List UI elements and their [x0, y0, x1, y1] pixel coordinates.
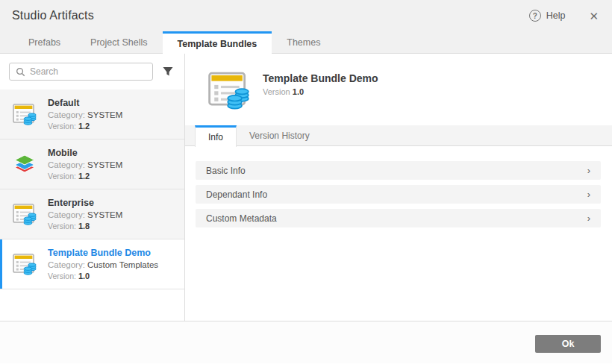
tab-info[interactable]: Info [195, 125, 237, 147]
item-version: 1.2 [78, 172, 90, 181]
item-category: SYSTEM [87, 110, 122, 119]
magnifier-icon [16, 67, 25, 77]
template-bundle-icon [12, 251, 37, 277]
item-name: Template Bundle Demo [48, 248, 158, 258]
search-input[interactable] [30, 66, 146, 77]
chevron-right-icon: › [587, 166, 590, 175]
dialog-footer: Ok [0, 321, 612, 363]
detail-tabbar: Info Version History [185, 125, 612, 146]
item-version: 1.2 [78, 122, 90, 131]
info-sections: Basic Info › Dependant Info › Custom Met… [185, 146, 612, 228]
close-icon[interactable]: ✕ [587, 9, 600, 23]
template-bundle-icon [12, 101, 37, 127]
tab-project-shells[interactable]: Project Shells [75, 31, 162, 54]
detail-title: Template Bundle Demo [263, 72, 378, 84]
item-name: Default [48, 98, 122, 108]
item-category: SYSTEM [87, 160, 122, 169]
item-version: 1.8 [78, 222, 90, 230]
funnel-icon [162, 66, 174, 78]
chevron-right-icon: › [587, 213, 590, 223]
chevron-right-icon: › [587, 189, 590, 199]
detail-panel: Template Bundle Demo Version 1.0 Info Ve… [185, 54, 612, 321]
item-name: Enterprise [48, 198, 122, 208]
bundle-list: Default Category: SYSTEM Version: 1.2 Mo… [0, 90, 184, 321]
section-dependant-info[interactable]: Dependant Info › [196, 185, 601, 204]
artifact-tabbar: Prefabs Project Shells Template Bundles … [0, 31, 612, 54]
item-name: Mobile [48, 148, 122, 158]
section-basic-info[interactable]: Basic Info › [196, 161, 601, 180]
search-box[interactable] [9, 63, 153, 81]
ok-button[interactable]: Ok [535, 335, 601, 353]
item-category: SYSTEM [87, 210, 122, 219]
item-category: Custom Templates [87, 260, 158, 269]
section-custom-metadata[interactable]: Custom Metadata › [196, 209, 601, 228]
help-label: Help [546, 10, 566, 21]
list-item-enterprise[interactable]: Enterprise Category: SYSTEM Version: 1.8 [0, 189, 184, 239]
list-item-default[interactable]: Default Category: SYSTEM Version: 1.2 [0, 90, 184, 139]
detail-version: Version 1.0 [263, 87, 378, 96]
list-item-template-bundle-demo[interactable]: Template Bundle Demo Category: Custom Te… [0, 239, 184, 289]
detail-header: Template Bundle Demo Version 1.0 [185, 54, 612, 125]
filter-button[interactable] [160, 64, 175, 79]
layers-icon [12, 151, 37, 177]
page-title: Studio Artifacts [12, 9, 94, 22]
template-bundle-icon [206, 69, 249, 110]
template-bundle-icon [12, 201, 37, 227]
tab-prefabs[interactable]: Prefabs [13, 31, 75, 54]
list-item-mobile[interactable]: Mobile Category: SYSTEM Version: 1.2 [0, 139, 184, 189]
help-button[interactable]: ? Help [529, 10, 566, 22]
tab-version-history[interactable]: Version History [237, 125, 322, 146]
tab-template-bundles[interactable]: Template Bundles [163, 31, 272, 54]
bundle-list-sidebar: Default Category: SYSTEM Version: 1.2 Mo… [0, 54, 185, 321]
help-icon: ? [529, 10, 541, 22]
item-version: 1.0 [78, 272, 90, 280]
studio-artifacts-dialog: Studio Artifacts ? Help ✕ Prefabs Projec… [0, 0, 612, 364]
tab-themes[interactable]: Themes [272, 31, 335, 54]
dialog-header: Studio Artifacts ? Help ✕ [0, 0, 612, 31]
